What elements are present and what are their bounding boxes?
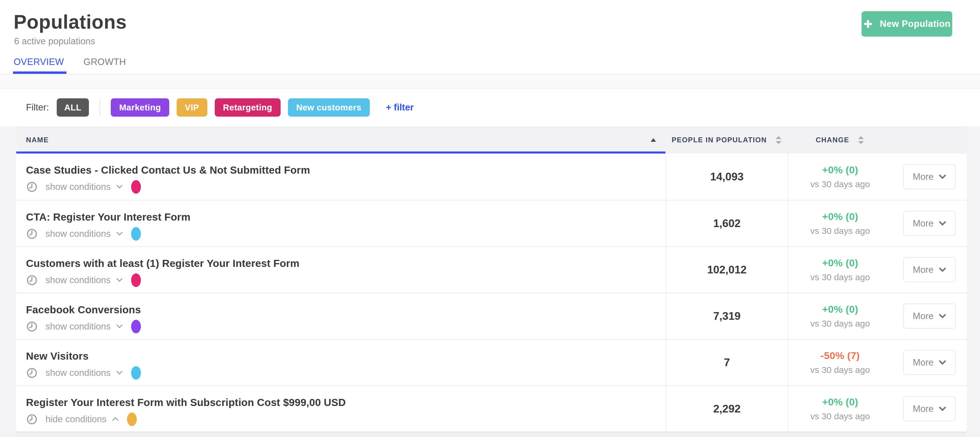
- tab-bar: OVERVIEW GROWTH: [14, 57, 126, 74]
- filter-divider: [100, 99, 100, 116]
- filter-chip-retargeting[interactable]: Retargeting: [215, 99, 281, 117]
- chevron-down-icon: [116, 275, 122, 282]
- column-header-people-label: PEOPLE IN POPULATION: [671, 136, 767, 144]
- population-color-dot: [131, 320, 141, 334]
- people-count: 7,319: [713, 310, 741, 323]
- chevron-down-icon: [939, 221, 946, 226]
- more-label: More: [913, 404, 934, 414]
- more-label: More: [913, 265, 934, 275]
- chevron-up-icon: [112, 417, 118, 423]
- people-count: 2,292: [713, 403, 741, 415]
- people-count: 102,012: [707, 264, 747, 276]
- table-row[interactable]: CTA: Register Your Interest Form show co…: [16, 200, 967, 246]
- conditions-toggle[interactable]: hide conditions: [46, 414, 118, 424]
- clock-icon: [26, 413, 38, 425]
- change-value: +0% (0): [822, 211, 858, 222]
- page-title: Populations: [14, 11, 127, 33]
- new-population-button[interactable]: New Population: [862, 11, 952, 37]
- page-subtitle: 6 active populations: [14, 36, 95, 47]
- population-name: Register Your Interest Form with Subscri…: [26, 397, 665, 408]
- conditions-label: hide conditions: [46, 414, 107, 424]
- conditions-label: show conditions: [46, 368, 111, 378]
- change-period: vs 30 days ago: [810, 319, 870, 329]
- more-button[interactable]: More: [903, 257, 956, 282]
- chevron-down-icon: [939, 267, 946, 272]
- filter-chip-all[interactable]: ALL: [57, 99, 89, 117]
- filter-chip-new-customers[interactable]: New customers: [288, 99, 370, 117]
- chevron-down-icon: [939, 314, 946, 318]
- conditions-toggle[interactable]: show conditions: [46, 275, 122, 286]
- population-color-dot: [127, 413, 137, 426]
- population-color-dot: [131, 180, 141, 194]
- column-header-change-label: CHANGE: [816, 136, 850, 144]
- clock-icon: [26, 321, 38, 332]
- filter-chip-vip[interactable]: VIP: [177, 99, 207, 117]
- table-row[interactable]: Case Studies - Clicked Contact Us & Not …: [16, 154, 967, 200]
- column-header-name-label: NAME: [26, 136, 49, 144]
- population-name: Case Studies - Clicked Contact Us & Not …: [26, 164, 665, 176]
- chevron-down-icon: [939, 360, 946, 365]
- filter-bar: Filter: ALL Marketing VIP Retargeting Ne…: [0, 89, 980, 126]
- chevron-down-icon: [939, 407, 946, 411]
- change-value: +0% (0): [822, 257, 858, 269]
- add-filter-link[interactable]: + filter: [386, 102, 414, 113]
- change-period: vs 30 days ago: [810, 179, 870, 189]
- population-name: New Visitors: [26, 350, 665, 362]
- more-button[interactable]: More: [903, 304, 956, 329]
- page-header: Populations 6 active populations New Pop…: [0, 0, 980, 74]
- clock-icon: [26, 181, 38, 193]
- more-label: More: [913, 357, 934, 368]
- tab-overview[interactable]: OVERVIEW: [14, 57, 64, 74]
- populations-table: NAME PEOPLE IN POPULATION CHANGE: [16, 126, 967, 436]
- population-color-dot: [131, 227, 141, 241]
- clock-icon: [26, 367, 38, 379]
- change-value: +0% (0): [822, 164, 858, 176]
- chevron-down-icon: [116, 229, 122, 235]
- population-name: CTA: Register Your Interest Form: [26, 211, 665, 223]
- conditions-toggle[interactable]: show conditions: [46, 368, 122, 378]
- clock-icon: [26, 228, 38, 240]
- chevron-down-icon: [939, 175, 946, 179]
- filter-chip-marketing[interactable]: Marketing: [111, 99, 169, 117]
- change-period: vs 30 days ago: [810, 365, 870, 375]
- more-label: More: [913, 172, 934, 182]
- column-header-change[interactable]: CHANGE: [788, 136, 892, 144]
- people-count: 1,602: [713, 217, 741, 230]
- table-header-row: NAME PEOPLE IN POPULATION CHANGE: [16, 126, 967, 154]
- chevron-down-icon: [116, 322, 122, 328]
- table-area: NAME PEOPLE IN POPULATION CHANGE: [0, 126, 980, 437]
- change-value: -50% (7): [821, 350, 860, 361]
- column-header-people[interactable]: PEOPLE IN POPULATION: [665, 136, 788, 144]
- population-color-dot: [131, 366, 141, 380]
- change-value: +0% (0): [822, 396, 858, 408]
- conditions-label: show conditions: [46, 229, 111, 239]
- conditions-toggle[interactable]: show conditions: [46, 321, 122, 332]
- divider-strip: [0, 74, 980, 89]
- more-button[interactable]: More: [903, 396, 956, 421]
- conditions-label: show conditions: [46, 181, 111, 192]
- sort-ascending-icon: [651, 138, 656, 142]
- sort-toggle-icon: [858, 136, 864, 144]
- conditions-label: show conditions: [46, 321, 111, 332]
- conditions-toggle[interactable]: show conditions: [46, 181, 122, 192]
- population-name: Facebook Conversions: [26, 304, 665, 316]
- tab-growth[interactable]: GROWTH: [84, 57, 126, 74]
- more-button[interactable]: More: [903, 211, 956, 236]
- clock-icon: [26, 274, 38, 286]
- plus-icon: [863, 19, 873, 29]
- people-count: 7: [724, 356, 730, 369]
- more-button[interactable]: More: [903, 164, 956, 189]
- expanded-conditions-panel: [16, 432, 967, 436]
- table-row[interactable]: Facebook Conversions show conditions 7,3…: [16, 292, 967, 339]
- table-row[interactable]: Customers with at least (1) Register You…: [16, 246, 967, 292]
- sorted-column-underline: [16, 151, 665, 154]
- table-row[interactable]: New Visitors show conditions 7 -5: [16, 339, 967, 385]
- chevron-down-icon: [116, 182, 122, 188]
- conditions-label: show conditions: [46, 275, 111, 286]
- column-header-name[interactable]: NAME: [16, 126, 665, 154]
- more-button[interactable]: More: [903, 350, 956, 375]
- change-period: vs 30 days ago: [810, 226, 870, 236]
- conditions-toggle[interactable]: show conditions: [46, 229, 122, 239]
- table-row[interactable]: Register Your Interest Form with Subscri…: [16, 385, 967, 432]
- change-value: +0% (0): [822, 304, 858, 315]
